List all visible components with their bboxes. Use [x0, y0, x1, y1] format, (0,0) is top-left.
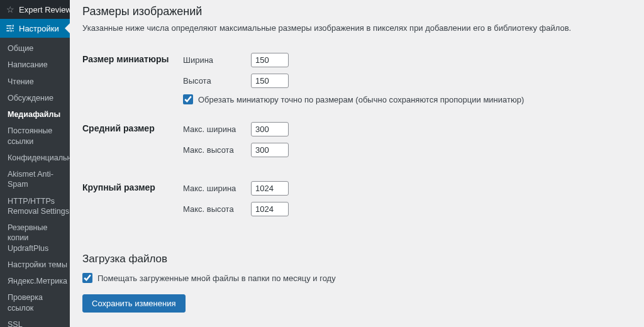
- thumbnail-row-label: Размер миниатюры: [82, 47, 183, 116]
- submenu-metrika[interactable]: Яндекс.Метрика: [0, 273, 70, 289]
- settings-submenu: Общие Написание Чтение Обсуждение Медиаф…: [0, 38, 70, 327]
- medium-width-label: Макс. ширина: [183, 125, 240, 134]
- medium-row-label: Средний размер: [82, 116, 183, 175]
- admin-sidebar: ☆ Expert Review Настройки Общие Написани…: [0, 0, 70, 327]
- submenu-reading[interactable]: Чтение: [0, 74, 70, 90]
- main-content: Размеры изображений Указанные ниже числа…: [70, 0, 644, 327]
- large-row-label: Крупный размер: [82, 175, 183, 234]
- section-uploads-title: Загрузка файлов: [82, 253, 631, 265]
- large-height-label: Макс. высота: [183, 204, 240, 214]
- submenu-writing[interactable]: Написание: [0, 57, 70, 73]
- sidebar-item-settings[interactable]: Настройки: [0, 19, 70, 38]
- submenu-theme[interactable]: Настройки темы: [0, 257, 70, 273]
- medium-height-label: Макс. высота: [183, 145, 240, 155]
- large-height-input[interactable]: [251, 202, 289, 216]
- thumbnail-height-label: Высота: [183, 76, 240, 86]
- submenu-link-check[interactable]: Проверка ссылок: [0, 289, 70, 316]
- large-width-input[interactable]: [251, 181, 289, 196]
- uploads-organize-checkbox[interactable]: [82, 273, 92, 283]
- thumbnail-width-input[interactable]: [251, 53, 289, 67]
- uploads-organize-label: Помещать загруженные мной файлы в папки …: [97, 274, 336, 283]
- submenu-discussion[interactable]: Обсуждение: [0, 90, 70, 106]
- sidebar-label: Expert Review: [19, 5, 70, 14]
- thumbnail-width-label: Ширина: [183, 55, 240, 65]
- section-image-sizes-title: Размеры изображений: [82, 5, 631, 18]
- submenu-permalinks[interactable]: Постоянные ссылки: [0, 123, 70, 150]
- sidebar-item-expert-review[interactable]: ☆ Expert Review: [0, 0, 70, 19]
- save-button[interactable]: Сохранить изменения: [82, 294, 186, 313]
- star-icon: ☆: [5, 4, 15, 14]
- medium-width-input[interactable]: [251, 122, 289, 136]
- thumbnail-crop-checkbox[interactable]: [183, 94, 193, 104]
- helper-text: Указанные ниже числа определяют максимал…: [82, 23, 631, 33]
- sliders-icon: [5, 23, 15, 33]
- submenu-updraft[interactable]: Резервные копии UpdraftPlus: [0, 219, 70, 257]
- submenu-http-removal[interactable]: HTTP/HTTPs Removal Settings: [0, 193, 70, 220]
- thumbnail-crop-label: Обрезать миниатюру точно по размерам (об…: [198, 95, 524, 104]
- submenu-media[interactable]: Медиафайлы: [0, 106, 70, 123]
- medium-height-input[interactable]: [251, 143, 289, 157]
- submenu-akismet[interactable]: Akismet Anti-Spam: [0, 166, 70, 193]
- submenu-general[interactable]: Общие: [0, 40, 70, 57]
- sidebar-label: Настройки: [19, 24, 59, 33]
- submenu-ssl[interactable]: SSL: [0, 316, 70, 327]
- settings-form-table: Размер миниатюры Ширина Высота Обрезать …: [82, 47, 631, 234]
- large-width-label: Макс. ширина: [183, 184, 240, 193]
- thumbnail-height-input[interactable]: [251, 74, 289, 88]
- submenu-privacy[interactable]: Конфиденциальность: [0, 150, 70, 166]
